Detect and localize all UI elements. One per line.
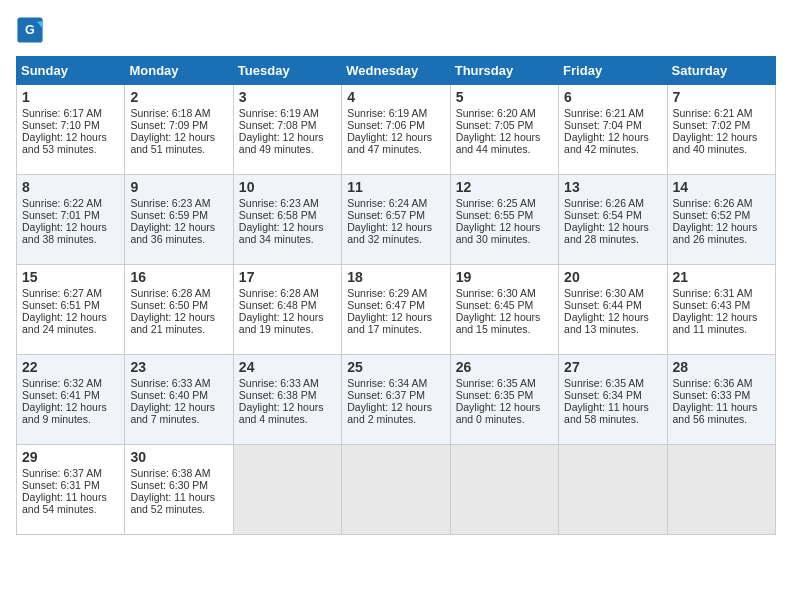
table-cell: 6 Sunrise: 6:21 AM Sunset: 7:04 PM Dayli… bbox=[559, 85, 667, 175]
sunrise-label: Sunrise: 6:30 AM bbox=[564, 287, 644, 299]
sunrise-label: Sunrise: 6:28 AM bbox=[239, 287, 319, 299]
table-cell bbox=[342, 445, 450, 535]
sunset-label: Sunset: 6:40 PM bbox=[130, 389, 208, 401]
table-cell: 18 Sunrise: 6:29 AM Sunset: 6:47 PM Dayl… bbox=[342, 265, 450, 355]
table-cell: 15 Sunrise: 6:27 AM Sunset: 6:51 PM Dayl… bbox=[17, 265, 125, 355]
sunrise-label: Sunrise: 6:21 AM bbox=[564, 107, 644, 119]
daylight-label: Daylight: 12 hours and 9 minutes. bbox=[22, 401, 107, 425]
daylight-label: Daylight: 12 hours and 21 minutes. bbox=[130, 311, 215, 335]
sunset-label: Sunset: 6:30 PM bbox=[130, 479, 208, 491]
sunrise-label: Sunrise: 6:32 AM bbox=[22, 377, 102, 389]
sunset-label: Sunset: 6:41 PM bbox=[22, 389, 100, 401]
table-cell: 9 Sunrise: 6:23 AM Sunset: 6:59 PM Dayli… bbox=[125, 175, 233, 265]
daylight-label: Daylight: 12 hours and 49 minutes. bbox=[239, 131, 324, 155]
daylight-label: Daylight: 12 hours and 4 minutes. bbox=[239, 401, 324, 425]
day-number: 25 bbox=[347, 359, 444, 375]
day-number: 10 bbox=[239, 179, 336, 195]
day-number: 12 bbox=[456, 179, 553, 195]
sunrise-label: Sunrise: 6:36 AM bbox=[673, 377, 753, 389]
table-cell: 14 Sunrise: 6:26 AM Sunset: 6:52 PM Dayl… bbox=[667, 175, 775, 265]
sunset-label: Sunset: 7:01 PM bbox=[22, 209, 100, 221]
logo: G bbox=[16, 16, 48, 44]
col-thursday: Thursday bbox=[450, 57, 558, 85]
day-number: 11 bbox=[347, 179, 444, 195]
day-number: 4 bbox=[347, 89, 444, 105]
col-sunday: Sunday bbox=[17, 57, 125, 85]
sunrise-label: Sunrise: 6:23 AM bbox=[130, 197, 210, 209]
sunrise-label: Sunrise: 6:38 AM bbox=[130, 467, 210, 479]
sunset-label: Sunset: 6:45 PM bbox=[456, 299, 534, 311]
day-number: 2 bbox=[130, 89, 227, 105]
table-cell: 12 Sunrise: 6:25 AM Sunset: 6:55 PM Dayl… bbox=[450, 175, 558, 265]
sunrise-label: Sunrise: 6:24 AM bbox=[347, 197, 427, 209]
daylight-label: Daylight: 12 hours and 32 minutes. bbox=[347, 221, 432, 245]
sunrise-label: Sunrise: 6:17 AM bbox=[22, 107, 102, 119]
daylight-label: Daylight: 12 hours and 44 minutes. bbox=[456, 131, 541, 155]
table-cell: 13 Sunrise: 6:26 AM Sunset: 6:54 PM Dayl… bbox=[559, 175, 667, 265]
sunrise-label: Sunrise: 6:29 AM bbox=[347, 287, 427, 299]
logo-icon: G bbox=[16, 16, 44, 44]
daylight-label: Daylight: 12 hours and 0 minutes. bbox=[456, 401, 541, 425]
day-number: 17 bbox=[239, 269, 336, 285]
day-number: 15 bbox=[22, 269, 119, 285]
table-cell: 3 Sunrise: 6:19 AM Sunset: 7:08 PM Dayli… bbox=[233, 85, 341, 175]
page-header: G bbox=[16, 16, 776, 44]
daylight-label: Daylight: 12 hours and 51 minutes. bbox=[130, 131, 215, 155]
sunset-label: Sunset: 6:51 PM bbox=[22, 299, 100, 311]
table-cell: 2 Sunrise: 6:18 AM Sunset: 7:09 PM Dayli… bbox=[125, 85, 233, 175]
day-number: 1 bbox=[22, 89, 119, 105]
sunset-label: Sunset: 6:31 PM bbox=[22, 479, 100, 491]
daylight-label: Daylight: 12 hours and 15 minutes. bbox=[456, 311, 541, 335]
table-cell: 23 Sunrise: 6:33 AM Sunset: 6:40 PM Dayl… bbox=[125, 355, 233, 445]
day-number: 20 bbox=[564, 269, 661, 285]
sunset-label: Sunset: 6:55 PM bbox=[456, 209, 534, 221]
sunset-label: Sunset: 6:52 PM bbox=[673, 209, 751, 221]
table-cell: 8 Sunrise: 6:22 AM Sunset: 7:01 PM Dayli… bbox=[17, 175, 125, 265]
daylight-label: Daylight: 12 hours and 11 minutes. bbox=[673, 311, 758, 335]
daylight-label: Daylight: 12 hours and 17 minutes. bbox=[347, 311, 432, 335]
day-number: 26 bbox=[456, 359, 553, 375]
day-number: 28 bbox=[673, 359, 770, 375]
table-cell: 19 Sunrise: 6:30 AM Sunset: 6:45 PM Dayl… bbox=[450, 265, 558, 355]
sunrise-label: Sunrise: 6:20 AM bbox=[456, 107, 536, 119]
table-cell: 10 Sunrise: 6:23 AM Sunset: 6:58 PM Dayl… bbox=[233, 175, 341, 265]
col-wednesday: Wednesday bbox=[342, 57, 450, 85]
daylight-label: Daylight: 12 hours and 38 minutes. bbox=[22, 221, 107, 245]
table-cell bbox=[559, 445, 667, 535]
day-number: 27 bbox=[564, 359, 661, 375]
sunrise-label: Sunrise: 6:30 AM bbox=[456, 287, 536, 299]
table-cell: 21 Sunrise: 6:31 AM Sunset: 6:43 PM Dayl… bbox=[667, 265, 775, 355]
table-cell: 4 Sunrise: 6:19 AM Sunset: 7:06 PM Dayli… bbox=[342, 85, 450, 175]
table-cell: 25 Sunrise: 6:34 AM Sunset: 6:37 PM Dayl… bbox=[342, 355, 450, 445]
sunrise-label: Sunrise: 6:28 AM bbox=[130, 287, 210, 299]
sunrise-label: Sunrise: 6:31 AM bbox=[673, 287, 753, 299]
table-cell: 29 Sunrise: 6:37 AM Sunset: 6:31 PM Dayl… bbox=[17, 445, 125, 535]
day-number: 13 bbox=[564, 179, 661, 195]
sunset-label: Sunset: 7:06 PM bbox=[347, 119, 425, 131]
table-cell: 28 Sunrise: 6:36 AM Sunset: 6:33 PM Dayl… bbox=[667, 355, 775, 445]
table-cell: 1 Sunrise: 6:17 AM Sunset: 7:10 PM Dayli… bbox=[17, 85, 125, 175]
daylight-label: Daylight: 12 hours and 36 minutes. bbox=[130, 221, 215, 245]
col-tuesday: Tuesday bbox=[233, 57, 341, 85]
daylight-label: Daylight: 12 hours and 53 minutes. bbox=[22, 131, 107, 155]
table-cell: 16 Sunrise: 6:28 AM Sunset: 6:50 PM Dayl… bbox=[125, 265, 233, 355]
sunset-label: Sunset: 6:33 PM bbox=[673, 389, 751, 401]
table-cell: 30 Sunrise: 6:38 AM Sunset: 6:30 PM Dayl… bbox=[125, 445, 233, 535]
calendar-table: Sunday Monday Tuesday Wednesday Thursday… bbox=[16, 56, 776, 535]
sunset-label: Sunset: 6:38 PM bbox=[239, 389, 317, 401]
table-cell: 20 Sunrise: 6:30 AM Sunset: 6:44 PM Dayl… bbox=[559, 265, 667, 355]
daylight-label: Daylight: 12 hours and 34 minutes. bbox=[239, 221, 324, 245]
sunrise-label: Sunrise: 6:26 AM bbox=[564, 197, 644, 209]
day-number: 8 bbox=[22, 179, 119, 195]
daylight-label: Daylight: 12 hours and 47 minutes. bbox=[347, 131, 432, 155]
sunset-label: Sunset: 7:10 PM bbox=[22, 119, 100, 131]
sunset-label: Sunset: 6:34 PM bbox=[564, 389, 642, 401]
sunrise-label: Sunrise: 6:34 AM bbox=[347, 377, 427, 389]
day-number: 6 bbox=[564, 89, 661, 105]
table-cell: 26 Sunrise: 6:35 AM Sunset: 6:35 PM Dayl… bbox=[450, 355, 558, 445]
day-number: 23 bbox=[130, 359, 227, 375]
calendar-row: 22 Sunrise: 6:32 AM Sunset: 6:41 PM Dayl… bbox=[17, 355, 776, 445]
table-cell bbox=[667, 445, 775, 535]
daylight-label: Daylight: 11 hours and 58 minutes. bbox=[564, 401, 649, 425]
sunset-label: Sunset: 7:02 PM bbox=[673, 119, 751, 131]
